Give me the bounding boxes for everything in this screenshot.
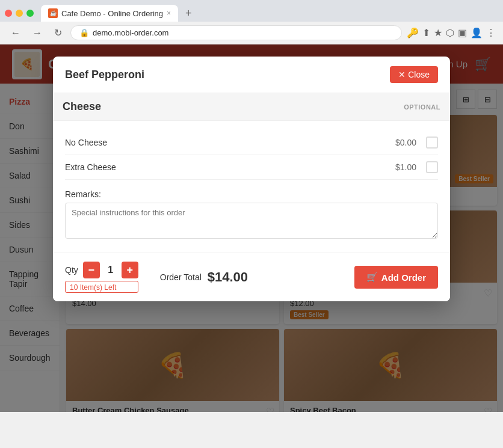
modal-overlay: Beef Pepperoni ✕ Close Cheese OPTIONAL N… (0, 44, 503, 412)
option-price: $0.00 (395, 138, 416, 147)
modal-footer: Qty − 1 + 10 Item(s) Left Order Total $1… (53, 253, 450, 301)
tab-close-btn[interactable]: × (167, 9, 171, 17)
menu-icon[interactable]: ⋮ (486, 27, 496, 38)
order-total-value: $14.00 (208, 269, 248, 285)
extension-icon[interactable]: ⬡ (446, 27, 454, 38)
forward-btn[interactable]: → (29, 26, 46, 40)
qty-increase-btn[interactable]: + (122, 262, 138, 278)
window-controls (5, 10, 34, 17)
window-min-btn[interactable] (16, 10, 23, 17)
option-price: $1.00 (395, 162, 416, 172)
no-cheese-checkbox[interactable] (426, 137, 438, 149)
modal-close-btn[interactable]: ✕ Close (390, 66, 438, 83)
qty-controls: − 1 + (83, 262, 138, 278)
url-text: demo.mobi-order.com (93, 28, 168, 37)
back-btn[interactable]: ← (7, 26, 24, 40)
option-row: No Cheese $0.00 (65, 130, 438, 155)
remarks-label: Remarks: (65, 189, 438, 199)
qty-decrease-btn[interactable]: − (83, 262, 100, 278)
url-bar[interactable]: 🔒 demo.mobi-order.com (70, 25, 402, 40)
browser-icons: 🔑 ⬆ ★ ⬡ ▣ 👤 ⋮ (407, 27, 496, 38)
qty-section: Qty − 1 + 10 Item(s) Left (65, 262, 138, 293)
order-total-section: Order Total $14.00 (160, 269, 248, 285)
modal-title: Beef Pepperoni (65, 69, 144, 81)
modal-header: Beef Pepperoni ✕ Close (53, 57, 450, 93)
add-order-btn[interactable]: 🛒 Add Order (354, 266, 438, 289)
section-title: Cheese (63, 100, 101, 113)
key-icon: 🔑 (407, 27, 419, 38)
profile-icon[interactable]: 👤 (471, 27, 483, 38)
refresh-btn[interactable]: ↻ (51, 26, 66, 40)
window-close-btn[interactable] (5, 10, 12, 17)
cart-icon: 🛒 (366, 272, 378, 283)
item-modal: Beef Pepperoni ✕ Close Cheese OPTIONAL N… (53, 57, 450, 301)
order-total-label: Order Total (160, 272, 202, 282)
option-name: No Cheese (65, 138, 395, 147)
section-header: Cheese OPTIONAL (53, 93, 450, 121)
option-name: Extra Cheese (65, 162, 395, 172)
page-content: 🍕 Ca In Up 🛒 Pizza Don Sashimi Salad Sus… (0, 44, 503, 412)
active-tab[interactable]: ☕ Cafe Demo - Online Ordering × (41, 5, 178, 22)
qty-value: 1 (105, 265, 117, 275)
window-max-btn[interactable] (26, 10, 34, 17)
remarks-section: Remarks: (65, 189, 438, 241)
remarks-input[interactable] (65, 203, 438, 239)
new-tab-btn[interactable]: + (181, 7, 197, 20)
modal-body: Cheese OPTIONAL No Cheese $0.00 Extra Ch… (53, 93, 450, 253)
tab-label: Cafe Demo - Online Ordering (61, 9, 163, 18)
items-left-label: 10 Item(s) Left (70, 283, 116, 292)
address-bar: ← → ↻ 🔒 demo.mobi-order.com 🔑 ⬆ ★ ⬡ ▣ 👤 … (0, 22, 503, 44)
share-icon[interactable]: ⬆ (422, 27, 430, 38)
browser-chrome: ☕ Cafe Demo - Online Ordering × + ← → ↻ … (0, 0, 503, 44)
optional-badge: OPTIONAL (404, 103, 440, 111)
tab-bar: ☕ Cafe Demo - Online Ordering × + (0, 0, 503, 22)
extra-cheese-checkbox[interactable] (426, 161, 438, 173)
bookmark-icon[interactable]: ★ (434, 27, 442, 38)
tab-view-icon[interactable]: ▣ (458, 27, 467, 38)
tab-favicon: ☕ (48, 8, 58, 18)
add-order-label: Add Order (381, 272, 426, 283)
qty-label: Qty (65, 265, 78, 275)
option-row: Extra Cheese $1.00 (65, 155, 438, 180)
